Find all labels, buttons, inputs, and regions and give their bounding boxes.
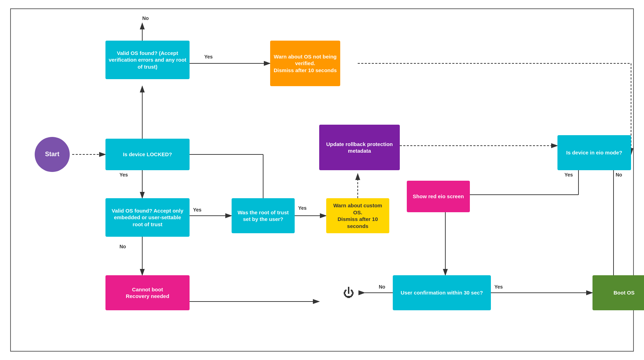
label-no-top: No: [142, 15, 149, 21]
label-yes-valid-locked: Yes: [193, 207, 201, 213]
label-yes-user: Yes: [494, 284, 503, 290]
update-rollback-node: Update rollback protection metadata: [319, 125, 400, 170]
warn-custom-os-node: Warn about custom OS.Dismiss after 10 se…: [326, 198, 389, 233]
label-yes-locked: Yes: [119, 172, 128, 178]
label-yes-root: Yes: [298, 205, 307, 211]
label-no-valid-locked: No: [119, 244, 126, 249]
boot-os-node: Boot OS: [592, 275, 644, 310]
valid-os-unlocked-node: Valid OS found? (Accept verification err…: [105, 41, 190, 79]
warn-os-unverified-node: Warn about OS not being verified.Dismiss…: [270, 41, 340, 86]
root-of-trust-node: Was the root of trust set by the user?: [232, 198, 295, 233]
power-icon: ⏻: [343, 286, 354, 299]
user-confirmation-node: User confirmation within 30 sec?: [393, 275, 491, 310]
device-eio-mode-node: Is device in eio mode?: [557, 135, 631, 170]
valid-os-locked-node: Valid OS found? Accept only embedded or …: [105, 198, 190, 237]
diagram-container: No No Yes No Yes Yes No Yes Yes No Yes N…: [10, 8, 634, 352]
start-node: Start: [35, 137, 70, 172]
label-yes-eio: Yes: [564, 172, 573, 178]
label-no-user: No: [379, 284, 385, 290]
label-no-eio: No: [616, 172, 622, 178]
label-yes-valid-unlocked: Yes: [204, 54, 213, 60]
device-locked-node: Is device LOCKED?: [105, 139, 190, 170]
show-red-eio-node: Show red eio screen: [407, 181, 470, 212]
cannot-boot-node: Cannot bootRecovery needed: [105, 275, 190, 310]
